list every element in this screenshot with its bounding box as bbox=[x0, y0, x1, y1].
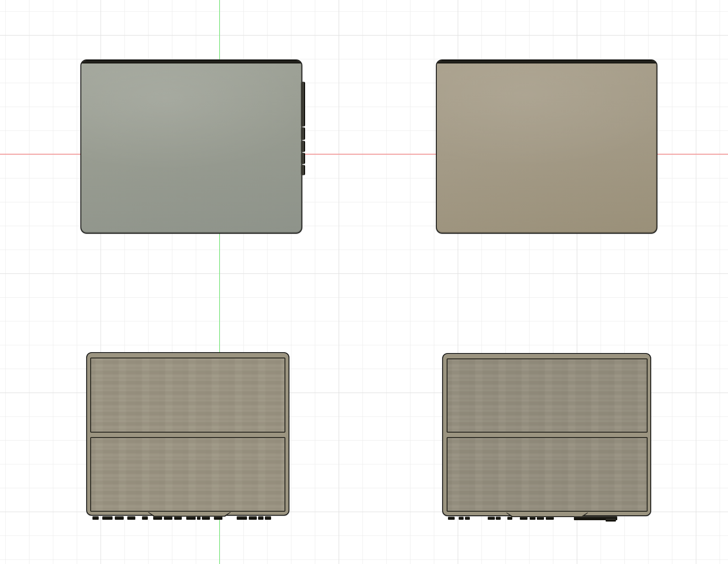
bottom-port bbox=[214, 516, 222, 520]
lid-hinge-edge bbox=[436, 60, 657, 63]
bottom-port bbox=[537, 517, 544, 520]
bottom-port bbox=[574, 516, 617, 520]
bottom-port bbox=[249, 516, 257, 520]
bottom-port bbox=[142, 516, 148, 520]
bottom-port bbox=[606, 519, 616, 522]
bottom-port bbox=[197, 516, 201, 520]
cad-viewport-canvas[interactable] bbox=[0, 0, 728, 564]
bottom-port bbox=[546, 517, 554, 520]
bottom-port bbox=[92, 516, 99, 520]
bottom-port bbox=[265, 516, 271, 520]
bottom-port bbox=[507, 517, 512, 520]
body-lid-gray[interactable] bbox=[80, 59, 302, 234]
bottom-port bbox=[459, 517, 464, 520]
bottom-port bbox=[174, 516, 182, 520]
bottom-port bbox=[448, 517, 455, 520]
bottom-port bbox=[202, 516, 210, 520]
bottom-port bbox=[153, 516, 162, 520]
bottom-port bbox=[115, 516, 124, 520]
bottom-port bbox=[164, 516, 172, 520]
bottom-port bbox=[258, 516, 264, 520]
bottom-port bbox=[237, 516, 247, 520]
body-lid-tan[interactable] bbox=[436, 59, 657, 234]
body-base-right[interactable] bbox=[442, 353, 651, 516]
bottom-port bbox=[530, 517, 536, 520]
lid-hinge-edge bbox=[81, 60, 302, 63]
bottom-port bbox=[102, 516, 113, 520]
bottom-port bbox=[488, 517, 495, 520]
bottom-port bbox=[520, 517, 527, 520]
body-base-left[interactable] bbox=[86, 352, 289, 516]
bottom-port bbox=[496, 517, 501, 520]
bottom-port bbox=[465, 517, 470, 520]
bottom-port bbox=[127, 516, 135, 520]
bottom-port bbox=[186, 516, 196, 520]
